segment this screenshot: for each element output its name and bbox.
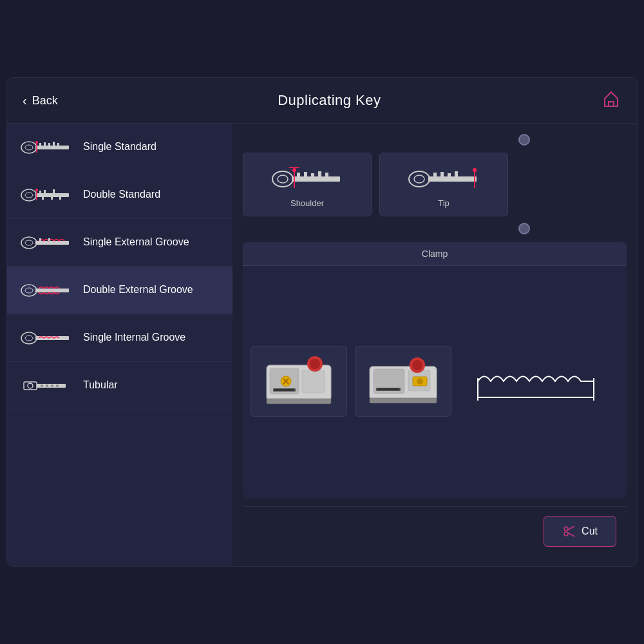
radio-column	[518, 134, 530, 234]
back-chevron-icon: ‹	[23, 93, 27, 108]
svg-rect-13	[35, 193, 69, 197]
svg-rect-54	[428, 176, 477, 182]
svg-rect-81	[377, 388, 399, 390]
svg-rect-8	[57, 143, 59, 146]
svg-point-34	[28, 383, 33, 388]
svg-rect-71	[274, 389, 294, 391]
single-external-groove-label: Single External Groove	[83, 236, 189, 249]
svg-point-78	[417, 378, 423, 384]
svg-point-31	[25, 336, 33, 341]
page-title: Duplicating Key	[278, 92, 381, 109]
home-icon	[601, 88, 621, 109]
svg-point-22	[21, 237, 37, 249]
svg-point-2	[25, 145, 33, 150]
svg-line-88	[568, 533, 575, 536]
svg-point-23	[25, 240, 33, 245]
svg-point-36	[41, 384, 43, 387]
clamp-option-right[interactable]	[355, 346, 451, 417]
shoulder-label: Shoulder	[290, 198, 324, 208]
header: ‹ Back Duplicating Key	[7, 78, 637, 124]
svg-rect-4	[39, 143, 41, 146]
alignment-row: Shoulder	[243, 134, 627, 234]
cut-label: Cut	[582, 526, 598, 537]
svg-rect-46	[318, 171, 321, 176]
tip-button[interactable]: Tip	[379, 153, 508, 216]
svg-point-85	[564, 527, 568, 531]
single-standard-label: Single Standard	[83, 140, 156, 154]
single-internal-groove-icon	[17, 324, 75, 352]
svg-rect-7	[53, 142, 55, 146]
sidebar-item-single-standard[interactable]: Single Standard	[7, 124, 232, 171]
svg-point-38	[51, 384, 53, 387]
tip-key-icon	[405, 161, 482, 193]
key-profile-preview	[459, 346, 619, 417]
svg-rect-17	[42, 197, 44, 200]
sidebar-item-double-external-groove[interactable]: Double External Groove	[7, 267, 232, 314]
clamp-content	[243, 266, 627, 497]
svg-rect-16	[53, 189, 55, 193]
sidebar-item-tubular[interactable]: Tubular	[7, 362, 232, 410]
main-content: Single Standard	[7, 124, 637, 566]
svg-rect-3	[35, 146, 69, 149]
wavy-profile-svg	[465, 349, 613, 413]
bottom-bar: Cut	[243, 506, 627, 556]
svg-rect-79	[370, 398, 437, 403]
double-standard-icon	[17, 181, 75, 209]
svg-line-87	[568, 526, 575, 530]
single-standard-icon	[17, 133, 75, 162]
svg-point-76	[412, 360, 422, 370]
radio-option-2[interactable]	[518, 223, 530, 234]
svg-point-10	[35, 141, 38, 144]
svg-rect-42	[292, 176, 340, 182]
svg-point-39	[56, 384, 59, 387]
shoulder-key-icon	[269, 161, 346, 193]
sidebar-item-single-internal-groove[interactable]: Single Internal Groove	[7, 314, 232, 362]
double-standard-label: Double Standard	[83, 188, 160, 202]
svg-point-60	[473, 168, 477, 172]
svg-point-41	[278, 175, 288, 183]
clamp-option-left[interactable]	[251, 346, 347, 417]
tubular-label: Tubular	[83, 379, 118, 392]
clamp-header: Clamp	[243, 242, 627, 266]
svg-rect-18	[51, 197, 53, 200]
double-external-groove-label: Double External Groove	[83, 283, 193, 297]
back-button[interactable]: ‹ Back	[23, 93, 58, 108]
svg-rect-15	[44, 190, 46, 193]
radio-option-1[interactable]	[518, 134, 530, 146]
svg-point-53	[414, 175, 424, 183]
svg-point-49	[292, 168, 296, 172]
sidebar-item-single-external-groove[interactable]: Single External Groove	[7, 219, 232, 267]
svg-rect-63	[302, 370, 325, 393]
svg-rect-26	[48, 238, 50, 241]
svg-point-65	[310, 359, 320, 369]
svg-rect-14	[39, 191, 41, 193]
tip-label: Tip	[438, 198, 450, 208]
svg-rect-43	[297, 173, 300, 176]
clamp-machine-left	[260, 352, 337, 410]
cut-button[interactable]: Cut	[544, 516, 616, 547]
svg-rect-44	[304, 172, 307, 176]
single-internal-groove-label: Single Internal Groove	[83, 331, 185, 345]
svg-point-52	[409, 171, 430, 187]
sidebar-item-double-standard[interactable]: Double Standard	[7, 171, 232, 219]
double-external-groove-icon	[17, 276, 75, 305]
home-button[interactable]	[601, 88, 621, 113]
svg-point-40	[272, 171, 293, 187]
svg-rect-45	[311, 173, 314, 176]
svg-point-12	[25, 193, 33, 198]
sidebar: Single Standard	[7, 124, 232, 566]
svg-rect-47	[325, 173, 328, 176]
svg-rect-24	[35, 241, 69, 245]
right-panel: Shoulder	[232, 124, 637, 566]
svg-point-11	[21, 189, 37, 201]
svg-rect-58	[455, 171, 458, 176]
svg-rect-19	[59, 197, 61, 200]
svg-rect-25	[39, 238, 41, 241]
svg-rect-69	[267, 399, 331, 404]
svg-point-37	[46, 384, 48, 387]
single-external-groove-icon	[17, 229, 75, 257]
shoulder-button[interactable]: Shoulder	[243, 153, 372, 216]
svg-rect-55	[433, 173, 437, 176]
svg-point-30	[21, 332, 37, 344]
svg-rect-6	[48, 143, 50, 146]
